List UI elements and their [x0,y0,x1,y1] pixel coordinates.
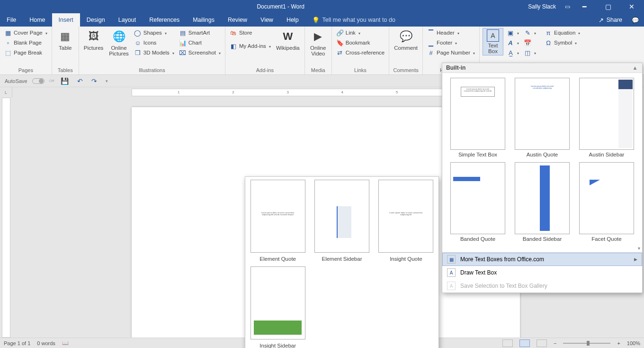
share-button[interactable]: ↗ Share [594,13,627,27]
tab-references[interactable]: References [143,13,186,27]
draw-text-box-button[interactable]: A Draw Text Box [442,266,642,279]
minimize-button[interactable]: ━ [574,0,595,13]
signature-icon: ✎ [524,29,531,37]
gallery-scroll-down[interactable]: ▾ [638,246,640,251]
tab-review[interactable]: Review [221,13,254,27]
user-name[interactable]: Sally Slack [523,3,561,10]
tab-help[interactable]: Help [280,13,305,27]
print-layout-button[interactable] [519,339,530,347]
title-bar: Document1 - Word Sally Slack ▭ ━ ▢ ✕ [0,0,644,13]
autosave-toggle[interactable] [32,78,45,84]
tab-home[interactable]: Home [23,13,52,27]
zoom-out-button[interactable]: − [554,340,556,346]
text-box-button[interactable]: AText Box [483,28,503,55]
signature-line-button[interactable]: ✎ [522,28,537,37]
comments-pane-button[interactable]: 💬 [627,13,644,27]
icons-button[interactable]: ☺Icons [133,38,176,47]
drop-cap-button[interactable]: A̲ [505,48,520,57]
gallery-item-banded-quote[interactable]: Banded Quote [448,162,508,242]
group-pages: ▦Cover Page ▫Blank Page ⬚Page Break Page… [0,27,52,74]
online-video-button[interactable]: ▶Online Video [308,28,329,57]
group-media: ▶Online Video Media [305,27,332,74]
bookmark-button[interactable]: 🔖Bookmark [335,38,386,47]
date-time-button[interactable]: 📅 [522,38,537,47]
icons-icon: ☺ [134,39,142,46]
gallery-item-facet-quote[interactable]: Facet Quote [577,162,636,242]
my-addins-button[interactable]: ◧My Add-ins [228,41,272,51]
table-button[interactable]: ▦ Table [55,28,76,52]
pictures-button[interactable]: 🖼Pictures [82,28,106,52]
gallery-item-element-quote[interactable]: Lorem ipsum dolor sit amet consectetur a… [248,180,307,262]
tell-me-search[interactable]: 💡 Tell me what you want to do [305,13,395,27]
gallery-item-insight-quote[interactable]: Lorem ipsum dolor sit amet consectetur a… [376,180,436,262]
footer-button[interactable]: ▁Footer [426,38,476,47]
save-button[interactable]: 💾 [59,77,71,85]
shapes-button[interactable]: ◯Shapes [133,28,176,37]
screenshot-button[interactable]: ⌧Screenshot [178,48,222,57]
cross-reference-button[interactable]: ⇄Cross-reference [335,48,386,57]
chart-button[interactable]: 📊Chart [178,38,222,47]
office-icon: ▦ [447,255,456,264]
shapes-icon: ◯ [134,29,142,37]
wordart-icon: A [507,39,514,46]
maximize-button[interactable]: ▢ [598,0,618,13]
equation-button[interactable]: πEquation [543,28,581,37]
tab-layout[interactable]: Layout [112,13,143,27]
word-count[interactable]: 0 words [37,340,55,346]
ruler-corner[interactable]: L [0,87,12,98]
gallery-item-element-sidebar[interactable]: Element Sidebar [312,180,371,262]
save-selection-button: A Save Selection to Text Box Gallery [442,279,642,293]
zoom-slider[interactable] [563,343,610,344]
pictures-icon: 🖼 [86,29,101,44]
object-icon: ◫ [524,49,531,56]
page-break-button[interactable]: ⬚Page Break [3,48,49,57]
tab-insert[interactable]: Insert [52,13,80,27]
page-count[interactable]: Page 1 of 1 [4,340,30,346]
link-button[interactable]: 🔗Link [335,28,386,37]
zoom-percent[interactable]: 100% [627,340,640,346]
online-pictures-button[interactable]: 🌐Online Pictures [107,28,131,57]
gallery-item-austin-sidebar[interactable]: Austin Sidebar [577,78,636,157]
smartart-button[interactable]: ▤SmartArt [178,28,222,37]
object-button[interactable]: ◫ [522,48,537,57]
link-icon: 🔗 [336,29,344,37]
gallery-item-austin-quote[interactable]: Lorem ipsum dolor sit amet consectetur a… [512,78,572,157]
close-button[interactable]: ✕ [621,0,642,13]
draw-textbox-icon: A [447,268,456,277]
ribbon-display-icon[interactable]: ▭ [564,3,571,10]
web-layout-button[interactable] [537,339,547,347]
save-gallery-icon: A [447,282,456,290]
tab-design[interactable]: Design [80,13,112,27]
video-icon: ▶ [311,29,326,44]
wikipedia-icon: W [280,29,295,44]
gallery-scroll-up[interactable]: ▴ [632,64,638,71]
cover-page-button[interactable]: ▦Cover Page [3,28,49,37]
blank-page-button[interactable]: ▫Blank Page [3,38,49,47]
spelling-icon[interactable]: 📖 [62,340,69,346]
tab-view[interactable]: View [254,13,280,27]
store-button[interactable]: 🛍Store [228,28,272,37]
gallery-item-insight-sidebar[interactable]: Insight Sidebar [248,266,307,348]
tab-file[interactable]: File [0,13,23,27]
more-text-boxes-button[interactable]: ▦ More Text Boxes from Office.com ▶ [442,253,642,266]
qat-customize[interactable]: ▾ [104,79,110,83]
symbol-button[interactable]: ΩSymbol [543,38,581,47]
page-number-button[interactable]: #Page Number [426,48,476,57]
quick-parts-button[interactable]: ▣ [505,28,520,37]
gallery-item-simple-text-box[interactable]: Lorem ipsum dolor sit amet consectetur a… [448,78,508,157]
gallery-item-banded-sidebar[interactable]: Banded Sidebar [512,162,572,242]
vertical-ruler[interactable] [2,98,10,338]
read-mode-button[interactable] [502,339,513,347]
zoom-in-button[interactable]: + [617,340,620,346]
date-icon: 📅 [524,39,531,46]
text-box-gallery: Built-in ▴ Lorem ipsum dolor sit amet co… [442,63,643,293]
tab-mailings[interactable]: Mailings [186,13,221,27]
redo-button[interactable]: ↷ [89,77,99,85]
comment-button[interactable]: 💬Comment [392,28,420,52]
wikipedia-button[interactable]: WWikipedia [274,28,302,52]
header-button[interactable]: ▔Header [426,28,476,37]
wordart-button[interactable]: A [505,38,520,47]
3d-models-button[interactable]: ❒3D Models [133,48,176,57]
comment-icon: 💬 [398,29,413,44]
undo-button[interactable]: ↶ [75,77,85,85]
